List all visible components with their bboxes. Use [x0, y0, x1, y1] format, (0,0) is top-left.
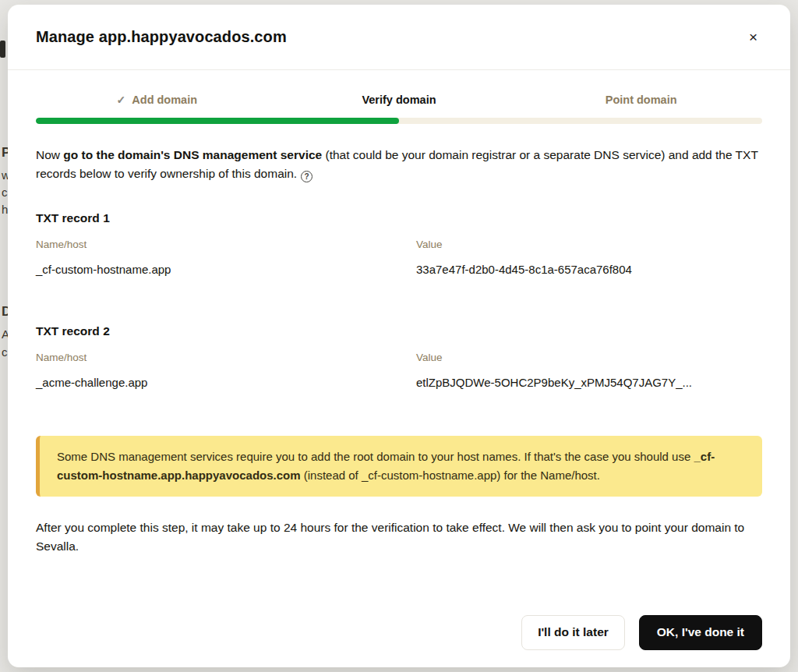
step-point-domain: Point domain — [520, 94, 762, 106]
progress-bar-track — [36, 118, 762, 124]
backdrop-fragment-mark — [0, 41, 5, 58]
step-label: Verify domain — [362, 94, 436, 106]
intro-pre: Now — [36, 148, 63, 161]
domain-stepper: ✓ Add domain Verify domain Point domain — [36, 94, 762, 124]
step-label: Add domain — [132, 94, 197, 106]
stepper-labels: ✓ Add domain Verify domain Point domain — [36, 94, 762, 106]
verification-time-note: After you complete this step, it may tak… — [36, 518, 762, 556]
record-grid: Name/host Value _acme-challenge.app etlZ… — [36, 352, 762, 389]
record-name-value: _acme-challenge.app — [36, 376, 416, 389]
record-title: TXT record 1 — [36, 211, 762, 225]
name-host-label: Name/host — [36, 352, 416, 363]
name-host-label: Name/host — [36, 239, 416, 250]
progress-fill — [36, 118, 399, 124]
close-icon[interactable]: × — [744, 27, 762, 48]
step-label: Point domain — [606, 94, 677, 106]
intro-bold: go to the domain's DNS management servic… — [63, 148, 322, 161]
do-it-later-button[interactable]: I'll do it later — [521, 615, 625, 650]
notice-part1: Some DNS management services require you… — [57, 450, 694, 463]
dns-root-domain-notice: Some DNS management services require you… — [36, 436, 762, 497]
record-value-value: 33a7e47f-d2b0-4d45-8c1a-657aca76f804 — [416, 263, 762, 276]
value-label: Value — [416, 352, 762, 363]
check-icon: ✓ — [117, 94, 126, 106]
record-grid: Name/host Value _cf-custom-hostname.app … — [36, 239, 762, 276]
step-verify-domain: Verify domain — [278, 94, 521, 106]
backdrop-fragment: c — [2, 186, 8, 199]
txt-record-1: TXT record 1 Name/host Value _cf-custom-… — [36, 211, 762, 276]
txt-record-2: TXT record 2 Name/host Value _acme-chall… — [36, 324, 762, 389]
step-add-domain: ✓ Add domain — [36, 94, 278, 106]
modal-title: Manage app.happyavocados.com — [36, 28, 287, 46]
help-icon[interactable]: ? — [301, 171, 312, 182]
modal-footer: I'll do it later OK, I've done it — [8, 615, 790, 667]
notice-part2: (instead of _cf-custom-hostname.app) for… — [301, 469, 600, 482]
ok-done-button[interactable]: OK, I've done it — [639, 615, 762, 650]
record-name-value: _cf-custom-hostname.app — [36, 263, 416, 276]
intro-text: Now go to the domain's DNS management se… — [36, 146, 762, 183]
value-label: Value — [416, 239, 762, 250]
record-value-value: etlZpBJQDWe-5OHC2P9beKy_xPMJ54Q7JAG7Y_..… — [416, 376, 762, 389]
modal-body: ✓ Add domain Verify domain Point domain — [8, 70, 790, 615]
backdrop-fragment: c — [2, 345, 8, 359]
modal-header: Manage app.happyavocados.com × — [8, 5, 790, 70]
record-title: TXT record 2 — [36, 324, 762, 338]
manage-domain-modal: Manage app.happyavocados.com × ✓ Add dom… — [8, 5, 790, 667]
